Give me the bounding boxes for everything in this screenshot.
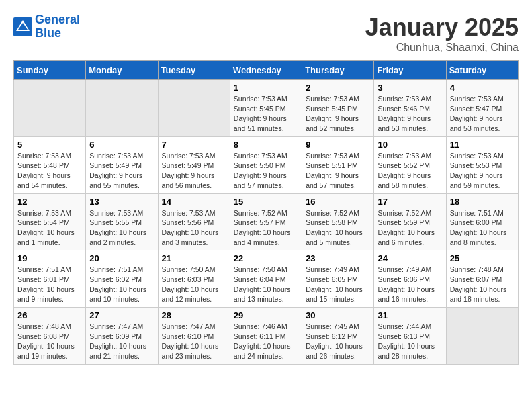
- day-number: 11: [450, 140, 515, 150]
- day-cell: [14, 80, 86, 137]
- day-number: 5: [17, 140, 82, 150]
- logo-icon: [13, 17, 32, 36]
- day-info: Sunrise: 7:53 AM Sunset: 5:45 PM Dayligh…: [306, 94, 370, 134]
- day-info: Sunrise: 7:48 AM Sunset: 6:08 PM Dayligh…: [17, 322, 82, 361]
- page-header: General Blue January 2025 Chunhua, Shaan…: [13, 13, 519, 54]
- weekday-header-monday: Monday: [86, 61, 158, 80]
- day-cell: 18Sunrise: 7:51 AM Sunset: 6:00 PM Dayli…: [446, 193, 518, 250]
- day-cell: 15Sunrise: 7:52 AM Sunset: 5:57 PM Dayli…: [230, 193, 302, 250]
- day-number: 10: [378, 140, 442, 150]
- day-cell: 2Sunrise: 7:53 AM Sunset: 5:45 PM Daylig…: [302, 80, 374, 137]
- weekday-header-saturday: Saturday: [446, 61, 518, 80]
- day-number: 22: [234, 253, 298, 263]
- day-cell: [86, 80, 158, 137]
- day-info: Sunrise: 7:51 AM Sunset: 6:00 PM Dayligh…: [450, 208, 515, 248]
- day-cell: 13Sunrise: 7:53 AM Sunset: 5:55 PM Dayli…: [86, 193, 158, 250]
- logo-line2: Blue: [35, 26, 61, 40]
- month-title: January 2025: [365, 13, 519, 42]
- day-number: 2: [306, 83, 370, 93]
- day-info: Sunrise: 7:53 AM Sunset: 5:47 PM Dayligh…: [450, 94, 515, 134]
- day-cell: 6Sunrise: 7:53 AM Sunset: 5:49 PM Daylig…: [86, 136, 158, 193]
- day-number: 21: [162, 253, 226, 263]
- day-number: 15: [234, 197, 298, 207]
- day-info: Sunrise: 7:49 AM Sunset: 6:05 PM Dayligh…: [306, 265, 370, 304]
- day-info: Sunrise: 7:46 AM Sunset: 6:11 PM Dayligh…: [234, 322, 298, 361]
- day-number: 19: [17, 253, 82, 263]
- day-number: 25: [450, 253, 515, 263]
- day-number: 4: [450, 83, 515, 93]
- day-cell: 17Sunrise: 7:52 AM Sunset: 5:59 PM Dayli…: [374, 193, 446, 250]
- day-info: Sunrise: 7:52 AM Sunset: 5:58 PM Dayligh…: [306, 208, 370, 248]
- day-number: 9: [306, 140, 370, 150]
- day-cell: 4Sunrise: 7:53 AM Sunset: 5:47 PM Daylig…: [446, 80, 518, 137]
- weekday-header-row: SundayMondayTuesdayWednesdayThursdayFrid…: [14, 61, 519, 80]
- logo-line1: General: [35, 13, 80, 26]
- calendar-table: SundayMondayTuesdayWednesdayThursdayFrid…: [13, 60, 519, 365]
- day-info: Sunrise: 7:53 AM Sunset: 5:48 PM Dayligh…: [17, 151, 82, 191]
- day-info: Sunrise: 7:53 AM Sunset: 5:54 PM Dayligh…: [17, 208, 82, 248]
- week-row-4: 19Sunrise: 7:51 AM Sunset: 6:01 PM Dayli…: [14, 250, 519, 308]
- day-number: 7: [162, 140, 226, 150]
- day-number: 14: [162, 197, 226, 207]
- day-number: 18: [450, 197, 515, 207]
- day-info: Sunrise: 7:53 AM Sunset: 5:49 PM Dayligh…: [89, 151, 154, 191]
- day-info: Sunrise: 7:53 AM Sunset: 5:55 PM Dayligh…: [89, 208, 154, 248]
- day-info: Sunrise: 7:53 AM Sunset: 5:56 PM Dayligh…: [162, 208, 226, 248]
- day-cell: 7Sunrise: 7:53 AM Sunset: 5:49 PM Daylig…: [158, 136, 230, 193]
- day-cell: 25Sunrise: 7:48 AM Sunset: 6:07 PM Dayli…: [446, 250, 518, 308]
- day-info: Sunrise: 7:53 AM Sunset: 5:51 PM Dayligh…: [306, 151, 370, 191]
- day-number: 30: [306, 310, 370, 320]
- day-info: Sunrise: 7:53 AM Sunset: 5:46 PM Dayligh…: [378, 94, 442, 134]
- day-cell: 30Sunrise: 7:45 AM Sunset: 6:12 PM Dayli…: [302, 308, 374, 365]
- day-info: Sunrise: 7:51 AM Sunset: 6:02 PM Dayligh…: [89, 265, 154, 304]
- day-info: Sunrise: 7:53 AM Sunset: 5:52 PM Dayligh…: [378, 151, 442, 191]
- day-info: Sunrise: 7:44 AM Sunset: 6:13 PM Dayligh…: [378, 322, 442, 361]
- day-info: Sunrise: 7:45 AM Sunset: 6:12 PM Dayligh…: [306, 322, 370, 361]
- day-cell: 12Sunrise: 7:53 AM Sunset: 5:54 PM Dayli…: [14, 193, 86, 250]
- day-cell: 24Sunrise: 7:49 AM Sunset: 6:06 PM Dayli…: [374, 250, 446, 308]
- day-cell: 3Sunrise: 7:53 AM Sunset: 5:46 PM Daylig…: [374, 80, 446, 137]
- day-info: Sunrise: 7:53 AM Sunset: 5:45 PM Dayligh…: [234, 94, 298, 134]
- weekday-header-friday: Friday: [374, 61, 446, 80]
- day-cell: 14Sunrise: 7:53 AM Sunset: 5:56 PM Dayli…: [158, 193, 230, 250]
- day-info: Sunrise: 7:52 AM Sunset: 5:59 PM Dayligh…: [378, 208, 442, 248]
- day-info: Sunrise: 7:53 AM Sunset: 5:50 PM Dayligh…: [234, 151, 298, 191]
- day-info: Sunrise: 7:50 AM Sunset: 6:04 PM Dayligh…: [234, 265, 298, 304]
- title-block: January 2025 Chunhua, Shaanxi, China: [365, 13, 519, 54]
- day-cell: 22Sunrise: 7:50 AM Sunset: 6:04 PM Dayli…: [230, 250, 302, 308]
- day-info: Sunrise: 7:47 AM Sunset: 6:10 PM Dayligh…: [162, 322, 226, 361]
- day-number: 12: [17, 197, 82, 207]
- day-info: Sunrise: 7:53 AM Sunset: 5:49 PM Dayligh…: [162, 151, 226, 191]
- day-number: 29: [234, 310, 298, 320]
- day-info: Sunrise: 7:52 AM Sunset: 5:57 PM Dayligh…: [234, 208, 298, 248]
- day-number: 26: [17, 310, 82, 320]
- day-cell: 19Sunrise: 7:51 AM Sunset: 6:01 PM Dayli…: [14, 250, 86, 308]
- day-cell: 10Sunrise: 7:53 AM Sunset: 5:52 PM Dayli…: [374, 136, 446, 193]
- day-cell: 11Sunrise: 7:53 AM Sunset: 5:53 PM Dayli…: [446, 136, 518, 193]
- logo-text: General Blue: [35, 13, 80, 40]
- day-cell: 16Sunrise: 7:52 AM Sunset: 5:58 PM Dayli…: [302, 193, 374, 250]
- day-cell: 27Sunrise: 7:47 AM Sunset: 6:09 PM Dayli…: [86, 308, 158, 365]
- week-row-3: 12Sunrise: 7:53 AM Sunset: 5:54 PM Dayli…: [14, 193, 519, 250]
- weekday-header-sunday: Sunday: [14, 61, 86, 80]
- location: Chunhua, Shaanxi, China: [365, 42, 519, 54]
- day-number: 17: [378, 197, 442, 207]
- day-number: 20: [89, 253, 154, 263]
- weekday-header-tuesday: Tuesday: [158, 61, 230, 80]
- day-number: 3: [378, 83, 442, 93]
- day-cell: 20Sunrise: 7:51 AM Sunset: 6:02 PM Dayli…: [86, 250, 158, 308]
- day-cell: 9Sunrise: 7:53 AM Sunset: 5:51 PM Daylig…: [302, 136, 374, 193]
- day-cell: 23Sunrise: 7:49 AM Sunset: 6:05 PM Dayli…: [302, 250, 374, 308]
- week-row-2: 5Sunrise: 7:53 AM Sunset: 5:48 PM Daylig…: [14, 136, 519, 193]
- day-info: Sunrise: 7:48 AM Sunset: 6:07 PM Dayligh…: [450, 265, 515, 304]
- day-info: Sunrise: 7:47 AM Sunset: 6:09 PM Dayligh…: [89, 322, 154, 361]
- day-number: 8: [234, 140, 298, 150]
- day-cell: 29Sunrise: 7:46 AM Sunset: 6:11 PM Dayli…: [230, 308, 302, 365]
- day-number: 24: [378, 253, 442, 263]
- day-cell: 21Sunrise: 7:50 AM Sunset: 6:03 PM Dayli…: [158, 250, 230, 308]
- day-number: 31: [378, 310, 442, 320]
- day-number: 1: [234, 83, 298, 93]
- day-number: 27: [89, 310, 154, 320]
- day-info: Sunrise: 7:53 AM Sunset: 5:53 PM Dayligh…: [450, 151, 515, 191]
- day-number: 23: [306, 253, 370, 263]
